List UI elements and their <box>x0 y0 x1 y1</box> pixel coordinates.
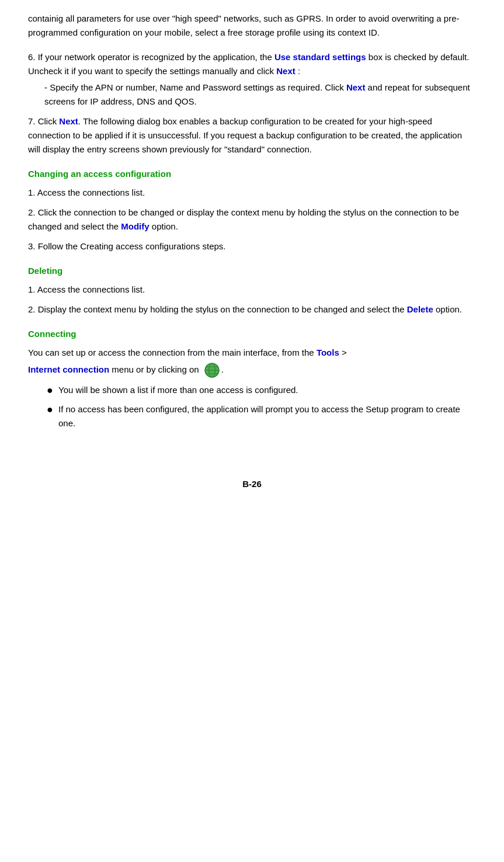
bullet-item-1: ● You will be shown a list if more than … <box>47 383 476 398</box>
item-6-content: 6. If your network operator is recognize… <box>28 50 476 109</box>
deleting-item-1: 1. Access the connections list. <box>28 283 476 297</box>
deleting-item-2-content: 2. Display the context menu by holding t… <box>28 303 476 317</box>
bullet2-prefix: If no access has been configured, the ap… <box>58 404 460 428</box>
item6-sub1: - Specify the APN or number, Name and Pa… <box>44 81 476 109</box>
changing-item-1-content: 1. Access the connections list. <box>28 186 476 200</box>
heading-connecting: Connecting <box>28 327 476 341</box>
changing2-link: Modify <box>121 221 149 231</box>
footer: B-26 <box>28 477 476 491</box>
item7-prefix: 7. Click <box>28 116 59 126</box>
section-deleting: Deleting 1. Access the connections list.… <box>28 264 476 317</box>
footer-text: B-26 <box>242 479 262 489</box>
intro-text: containig all parameters for use over "h… <box>28 12 476 40</box>
deleting-item-1-content: 1. Access the connections list. <box>28 283 476 297</box>
bullet-item-2: ● If no access has been configured, the … <box>47 402 476 430</box>
changing-item-2-content: 2. Click the connection to be changed or… <box>28 206 476 234</box>
item7-text: . The following dialog box enables a bac… <box>28 116 462 154</box>
bullet-dot-1: ● <box>47 383 58 398</box>
item6-link2: Next <box>276 66 296 76</box>
heading-changing: Changing an access configuration <box>28 167 476 181</box>
connecting-bullets: ● You will be shown a list if more than … <box>47 383 476 430</box>
connecting-gt: > <box>339 347 347 357</box>
connecting-period: . <box>221 364 224 374</box>
connecting-menu: menu or by clicking on <box>109 364 199 374</box>
deleting2-end: option. <box>433 304 462 314</box>
changing2-prefix: 2. Click the connection to be changed or… <box>28 207 459 231</box>
item6-sub1-link: Next <box>346 82 366 92</box>
changing-item-2: 2. Click the connection to be changed or… <box>28 206 476 234</box>
changing-item-1: 1. Access the connections list. <box>28 186 476 200</box>
item-7: 7. Click Next. The following dialog box … <box>28 114 476 157</box>
section-connecting: Connecting You can set up or access the … <box>28 327 476 430</box>
item6-prefix: 6. If your network operator is recognize… <box>28 52 274 62</box>
section-changing: Changing an access configuration 1. Acce… <box>28 167 476 253</box>
heading-deleting: Deleting <box>28 264 476 278</box>
connecting-intro-prefix: You can set up or access the connection … <box>28 347 317 357</box>
changing-item-3: 3. Follow the Creating access configurat… <box>28 239 476 253</box>
bullet-text-2: If no access has been configured, the ap… <box>58 402 476 430</box>
connecting-tools: Tools <box>317 347 339 357</box>
deleting-item-2: 2. Display the context menu by holding t… <box>28 303 476 317</box>
item6-colon: : <box>296 66 300 76</box>
intro-paragraph: containig all parameters for use over "h… <box>28 12 476 40</box>
globe-svg <box>204 362 220 378</box>
item7-link: Next <box>59 116 78 126</box>
changing-item-3-content: 3. Follow the Creating access configurat… <box>28 239 476 253</box>
connecting-intro: You can set up or access the connection … <box>28 346 476 360</box>
item-6: 6. If your network operator is recognize… <box>28 50 476 109</box>
deleting2-link: Delete <box>407 304 433 314</box>
bullet-dot-2: ● <box>47 402 58 417</box>
globe-icon <box>204 362 220 378</box>
connecting-line2: Internet connection menu or by clicking … <box>28 362 476 378</box>
bullet-text-1: You will be shown a list if more than on… <box>58 383 476 397</box>
connecting-internet-label: Internet connection <box>28 364 109 374</box>
item-7-content: 7. Click Next. The following dialog box … <box>28 114 476 157</box>
item6-sub1-text: - Specify the APN or number, Name and Pa… <box>44 82 346 92</box>
changing2-end: option. <box>150 221 178 231</box>
item6-link1: Use standard settings <box>274 52 366 62</box>
deleting2-prefix: 2. Display the context menu by holding t… <box>28 304 407 314</box>
